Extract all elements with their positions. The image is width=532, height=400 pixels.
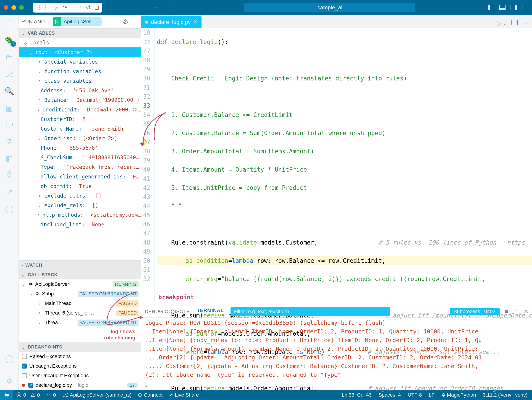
var-customername[interactable]: CustomerName: 'Jane Smith': [19, 124, 141, 134]
var-special[interactable]: ›special variables: [19, 57, 141, 67]
var-class[interactable]: ›class variables: [19, 76, 141, 86]
step-out-icon[interactable]: ↑: [79, 4, 82, 11]
var-included-list[interactable]: included_list: None: [19, 220, 141, 229]
folder-icon[interactable]: 🗀: [6, 53, 13, 62]
step-into-icon[interactable]: ↓: [72, 4, 75, 11]
more-icon[interactable]: ⋯: [523, 20, 529, 27]
filter-settings-icon[interactable]: ≡: [505, 308, 508, 315]
layout-bottom-icon[interactable]: [499, 5, 506, 10]
breakpoints-head[interactable]: ⌄BREAKPOINTS: [19, 342, 141, 352]
close-icon[interactable]: ✕: [193, 19, 197, 25]
launch-config-name: ApiLogicSer: [61, 19, 93, 25]
tab-terminal[interactable]: TERMINAL: [197, 308, 224, 315]
breakpoint-dot-icon: [22, 384, 25, 387]
tab-debug-console[interactable]: DEBUG CONSOLE: [145, 309, 190, 314]
debug-toolbar: ⋮⋮ ▷ ↷ ↓ ↑ ↺ □: [33, 3, 102, 12]
var-creditlimit[interactable]: ›CreditLimit: Decimal('2000.00…: [19, 105, 141, 114]
split-editor-icon[interactable]: [512, 20, 518, 25]
var-customerid[interactable]: CustomerID: 2: [19, 114, 141, 124]
checkbox-icon[interactable]: [22, 354, 27, 359]
var-excl-attrs[interactable]: ›exclude_attrs: []: [19, 191, 141, 201]
debug-icon[interactable]: 🪲1: [5, 36, 14, 45]
repl-prompt-icon[interactable]: ›: [145, 383, 147, 389]
search-icon[interactable]: 🔍: [5, 87, 14, 96]
callstack-head[interactable]: ⌄CALL STACK: [19, 270, 141, 279]
launch-config[interactable]: ▷ ApiLogicSer ⌄: [53, 17, 102, 26]
settings-icon[interactable]: ⚙: [6, 376, 13, 385]
log-arrow-icon: [93, 287, 146, 333]
variables-head[interactable]: ⌄ VARIABLES: [19, 28, 141, 38]
testing-icon[interactable]: ⚗: [6, 137, 13, 146]
checkbox-checked-icon[interactable]: ✓: [22, 363, 27, 369]
var-dbcommit[interactable]: db_commit: True: [19, 181, 141, 191]
file-modified-icon: [145, 20, 148, 24]
nav-back-icon[interactable]: ←: [153, 4, 160, 11]
callstack-label: CALL STACK: [28, 272, 58, 277]
gear-icon[interactable]: ⚙: [123, 18, 128, 25]
var-address[interactable]: Address: '456 Oak Ave': [19, 86, 141, 95]
checkbox-checked-icon[interactable]: ✓: [28, 383, 33, 388]
bp-user-uncaught[interactable]: User Uncaught Exceptions: [19, 371, 141, 380]
extensions-icon[interactable]: ▣: [6, 104, 13, 113]
start-debug-icon[interactable]: ▷: [53, 17, 61, 26]
nav-forward-icon[interactable]: →: [165, 4, 172, 11]
layout-right-icon[interactable]: [511, 5, 517, 10]
restart-icon[interactable]: ↺: [86, 4, 91, 11]
collapse-icon[interactable]: ⌃: [514, 308, 518, 315]
stop-icon[interactable]: □: [95, 4, 99, 11]
chevron-down-icon[interactable]: ⌄: [93, 19, 102, 25]
terminal-output[interactable]: Logic Phase: ROW LOGIC (session=0x10d1b3…: [141, 318, 532, 382]
var-phone[interactable]: Phone: '555-5678': [19, 143, 141, 153]
maximize-window-icon[interactable]: [19, 5, 24, 10]
checkbox-icon[interactable]: [22, 373, 27, 378]
close-window-icon[interactable]: [4, 5, 8, 10]
tab-declare-logic[interactable]: declare_logic.py ✕: [141, 16, 202, 28]
grip-icon[interactable]: ⋮⋮: [37, 4, 48, 11]
bp-uncaught[interactable]: ✓Uncaught Exceptions: [19, 361, 141, 371]
var-balance[interactable]: ›Balance: Decimal('199900.00'): [19, 95, 141, 105]
locals-scope[interactable]: ⌄Locals: [19, 38, 141, 47]
folder-status[interactable]: ⎇ ApiLogicServer (sample_ai): [62, 392, 132, 398]
window-title: sample_ai: [317, 4, 342, 11]
remote-indicator-icon[interactable]: ⇋: [0, 390, 13, 400]
close-panel-icon[interactable]: ✕: [524, 308, 528, 315]
var-acgi[interactable]: allow_client_generated_ids: F…: [19, 172, 141, 181]
continue-icon[interactable]: ▷: [54, 4, 58, 11]
var-row[interactable]: ⌄row: <Customer 2>: [19, 47, 141, 57]
var-function[interactable]: ›function variables: [19, 67, 141, 76]
command-center[interactable]: sample_ai: [244, 3, 415, 12]
github-icon[interactable]: ◯: [5, 204, 14, 213]
bp-file[interactable]: ✓declare_logic.py logic37: [19, 380, 141, 390]
code-body[interactable]: def declare_logic(): Check Credit - Logi…: [154, 28, 532, 305]
account-icon[interactable]: ◯: [5, 354, 14, 363]
layout-left-icon[interactable]: [488, 5, 494, 10]
breakpoint-annotation: breakpoint: [158, 293, 194, 302]
var-checksum[interactable]: S_CheckSum: '-491809811635040…: [19, 153, 141, 162]
activity-bar: 🗐 🪲1 🗀 ⎇ 🔍 ▣ 🖵 ⚗ ◧ 🛢 ↗ ◯ ◯ ⚙: [0, 15, 19, 390]
run-file-icon[interactable]: ▷ ⌄: [497, 20, 507, 27]
nav-arrows: ← →: [153, 4, 172, 11]
share-icon[interactable]: ↗: [6, 187, 13, 197]
layout-custom-icon[interactable]: [522, 5, 528, 10]
subprocess-chip[interactable]: Subprocess 10403: [450, 308, 500, 315]
problems[interactable]: ⓧ 0 ⚠ 0: [16, 392, 40, 398]
terminal-filter-input[interactable]: [230, 307, 390, 316]
bp-raised[interactable]: Raised Exceptions: [19, 352, 141, 361]
var-type[interactable]: Type: 'Traceback (most recent…: [19, 162, 141, 172]
more-icon[interactable]: ⋯: [132, 18, 138, 25]
explorer-icon[interactable]: 🗐: [6, 20, 13, 29]
remote-explorer-icon[interactable]: 🖵: [6, 120, 13, 129]
docker-icon[interactable]: ◧: [6, 154, 13, 163]
step-over-icon[interactable]: ↷: [63, 4, 68, 11]
watch-head[interactable]: ›WATCH: [19, 260, 141, 270]
var-http-methods[interactable]: ›http_methods: <sqlalchemy.орм…: [19, 210, 141, 220]
database-icon[interactable]: 🛢: [6, 171, 13, 180]
var-orderlist[interactable]: ›OrderList: [<Order 2>]: [19, 134, 141, 143]
breakpoint-marker-icon[interactable]: [141, 139, 147, 145]
code-editor[interactable]: 1926 27282930 31323334 3536 37 38394041 …: [141, 28, 532, 305]
ports[interactable]: ᯤ 0: [46, 392, 56, 398]
var-excl-rels[interactable]: ›exclude_rels: []: [19, 201, 141, 210]
minimize-window-icon[interactable]: [11, 5, 16, 10]
editor-column: declare_logic.py ✕ ▷ ⌄ ⋯ 1926 27282930 3…: [141, 15, 532, 390]
source-control-icon[interactable]: ⎇: [5, 70, 14, 79]
